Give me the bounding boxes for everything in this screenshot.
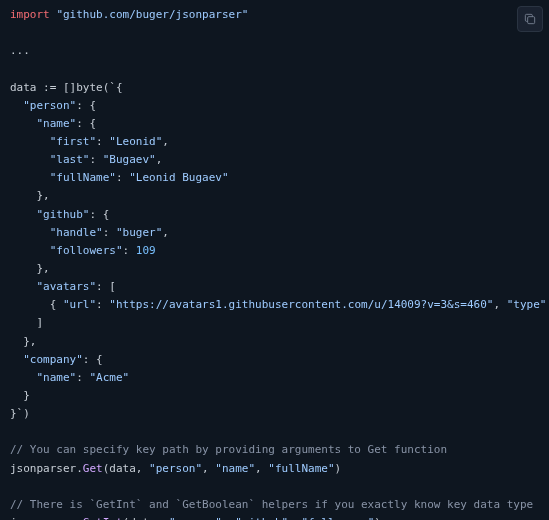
data-decl: data := []byte(`{: [10, 81, 123, 94]
ellipsis: ...: [10, 44, 30, 57]
copy-button[interactable]: [517, 6, 543, 32]
json-literal: "person": { "name": { "first": "Leonid",…: [10, 99, 549, 420]
call-pkg: jsonparser.: [10, 462, 83, 475]
comment: // You can specify key path by providing…: [10, 443, 447, 456]
copy-icon: [523, 12, 537, 26]
import-path: "github.com/buger/jsonparser": [56, 8, 248, 21]
keyword-import: import: [10, 8, 50, 21]
comment: // There is `GetInt` and `GetBoolean` he…: [10, 498, 533, 511]
svg-rect-0: [528, 17, 535, 24]
call-fn: GetInt: [83, 516, 123, 520]
call-fn: Get: [83, 462, 103, 475]
code-block: import "github.com/buger/jsonparser" ...…: [0, 0, 549, 520]
